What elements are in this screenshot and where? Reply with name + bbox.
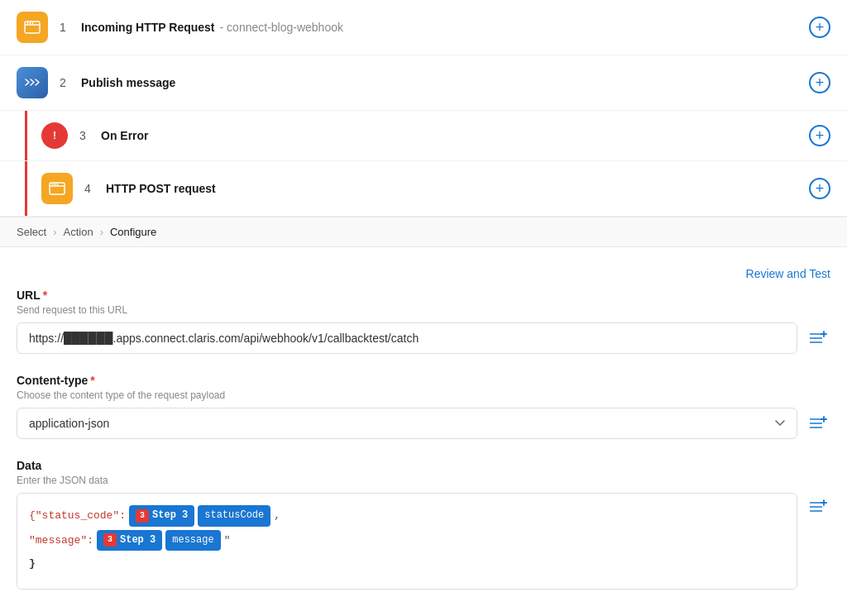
json-key-message: "message": — [29, 531, 93, 550]
json-key-status-code: {"status_code": — [29, 506, 126, 525]
value-chip-status-code[interactable]: statusCode — [198, 505, 270, 527]
breadcrumb-sep-1: › — [53, 226, 56, 238]
url-field-desc: Send request to this URL — [17, 304, 830, 316]
step-3-title: On Error — [101, 129, 149, 142]
step-row-4[interactable]: 4 HTTP POST request + — [0, 161, 847, 217]
breadcrumb: Select › Action › Configure — [0, 217, 847, 247]
badge-step-label-2: Step 3 — [120, 532, 156, 550]
url-field-block: URL * Send request to this URL — [17, 289, 830, 354]
breadcrumb-action[interactable]: Action — [63, 226, 93, 238]
data-field-label: Data — [17, 459, 830, 472]
data-field-block: Data Enter the JSON data {"status_code":… — [17, 459, 830, 590]
breadcrumb-sep-2: › — [100, 226, 103, 238]
value-chip-message[interactable]: message — [165, 530, 220, 552]
data-field-desc: Enter the JSON data — [17, 475, 830, 486]
step-badge-1[interactable]: 3 Step 3 — [129, 505, 194, 527]
step-badge-2[interactable]: 3 Step 3 — [97, 530, 162, 552]
svg-point-3 — [32, 22, 34, 24]
configure-section: Review and Test URL * Send request to th… — [0, 247, 847, 616]
url-add-mapping-button[interactable] — [806, 327, 830, 349]
svg-point-7 — [52, 184, 54, 185]
step-3-icon: ! — [41, 122, 68, 149]
data-input-row: {"status_code": 3 Step 3 statusCode , "m… — [17, 493, 830, 590]
svg-point-8 — [55, 184, 56, 185]
url-input-row — [17, 322, 830, 354]
svg-point-2 — [30, 22, 31, 24]
badge-num-1: 3 — [136, 509, 149, 523]
step-1-subtitle: - connect-blog-webhook — [220, 21, 343, 34]
step-2-title: Publish message — [81, 76, 175, 89]
badge-step-label-1: Step 3 — [152, 507, 188, 525]
json-editor[interactable]: {"status_code": 3 Step 3 statusCode , "m… — [17, 493, 797, 590]
content-type-add-mapping-button[interactable] — [806, 413, 830, 434]
steps-section: 1 Incoming HTTP Request - connect-blog-w… — [0, 0, 847, 217]
step-1-add-button[interactable]: + — [809, 17, 830, 38]
main-container: 1 Incoming HTTP Request - connect-blog-w… — [0, 0, 847, 616]
step-1-number: 1 — [60, 21, 73, 34]
json-line-1: {"status_code": 3 Step 3 statusCode , — [29, 505, 785, 527]
step-2-number: 2 — [60, 76, 73, 89]
svg-point-1 — [27, 22, 29, 24]
step-4-title: HTTP POST request — [106, 182, 216, 195]
json-closing-brace: } — [29, 554, 36, 573]
json-comma-1: , — [274, 506, 280, 525]
step-3-number: 3 — [79, 129, 93, 142]
content-type-select[interactable]: application-json application/xml text/pl… — [17, 408, 797, 439]
content-type-label: Content-type * — [17, 374, 830, 387]
badge-num-2: 3 — [103, 533, 117, 547]
content-type-field-block: Content-type * Choose the content type o… — [17, 374, 830, 439]
step-row-3[interactable]: ! 3 On Error + — [0, 111, 847, 161]
step-4-icon — [41, 173, 73, 204]
step-4-add-button[interactable]: + — [809, 178, 830, 199]
content-type-input-row: application-json application/xml text/pl… — [17, 408, 830, 439]
svg-point-9 — [57, 184, 59, 185]
step-2-add-button[interactable]: + — [809, 72, 830, 93]
step-1-title: Incoming HTTP Request — [81, 21, 215, 34]
content-type-desc: Choose the content type of the request p… — [17, 389, 830, 401]
breadcrumb-configure[interactable]: Configure — [110, 226, 156, 238]
step-row-2[interactable]: 2 Publish message + — [0, 55, 847, 111]
breadcrumb-select[interactable]: Select — [17, 226, 46, 238]
url-field-label: URL * — [17, 289, 830, 302]
json-line-2: "message": 3 Step 3 message " — [29, 530, 785, 552]
json-comma-2: " — [224, 531, 231, 550]
review-test-link[interactable]: Review and Test — [746, 267, 830, 280]
content-type-required-marker: * — [90, 374, 94, 387]
step-2-icon — [17, 67, 48, 98]
json-line-3: } — [29, 554, 785, 573]
svg-text:!: ! — [53, 130, 56, 141]
step-row-1[interactable]: 1 Incoming HTTP Request - connect-blog-w… — [0, 0, 847, 55]
url-input[interactable] — [17, 322, 797, 354]
url-required-marker: * — [43, 289, 47, 302]
step-1-icon — [17, 12, 48, 43]
step-4-number: 4 — [84, 182, 98, 195]
step-3-add-button[interactable]: + — [809, 125, 830, 146]
data-add-mapping-button[interactable] — [806, 496, 830, 518]
